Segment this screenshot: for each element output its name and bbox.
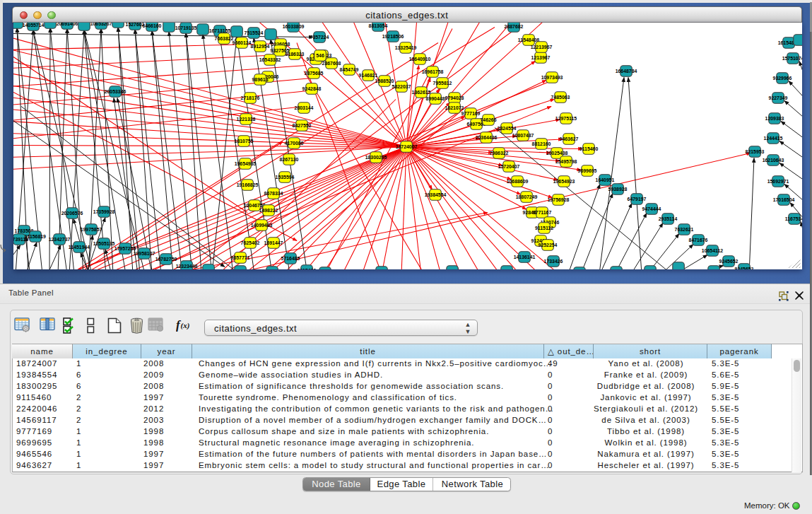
svg-text:9115460: 9115460 [298, 268, 317, 269]
svg-text:6466160: 6466160 [143, 23, 162, 28]
svg-text:10719135: 10719135 [175, 25, 197, 30]
svg-text:19958107: 19958107 [134, 251, 155, 256]
svg-text:9463627: 9463627 [560, 136, 579, 141]
svg-text:1640951: 1640951 [596, 177, 615, 182]
svg-text:4170086: 4170086 [285, 141, 304, 146]
svg-text:989613: 989613 [252, 77, 269, 82]
svg-text:1810755: 1810755 [235, 139, 254, 144]
svg-text:1691447: 1691447 [264, 240, 283, 245]
svg-text:20053346: 20053346 [105, 89, 126, 94]
svg-text:10046758: 10046758 [244, 203, 266, 208]
svg-text:18640910: 18640910 [409, 57, 431, 62]
svg-text:7955812: 7955812 [433, 81, 452, 86]
svg-text:1527602: 1527602 [126, 23, 145, 27]
svg-text:16961758: 16961758 [422, 69, 444, 74]
svg-text:9660124: 9660124 [233, 40, 252, 45]
svg-text:9245652: 9245652 [719, 259, 739, 264]
svg-text:10653267: 10653267 [90, 23, 112, 26]
svg-text:19384554: 19384554 [425, 192, 447, 197]
svg-text:5822037: 5822037 [392, 84, 411, 89]
svg-text:2803144: 2803144 [295, 105, 314, 110]
svg-text:20364436: 20364436 [476, 135, 498, 140]
svg-text:9327505: 9327505 [271, 48, 290, 53]
svg-text:1244415: 1244415 [764, 136, 783, 141]
svg-text:14136141: 14136141 [514, 255, 536, 259]
svg-text:10807487: 10807487 [512, 133, 534, 138]
svg-text:19756928: 19756928 [548, 197, 570, 202]
svg-text:11156819: 11156819 [25, 234, 46, 239]
svg-text:18300295: 18300295 [365, 155, 387, 160]
svg-text:19975857: 19975857 [81, 227, 102, 232]
svg-text:20691406: 20691406 [57, 23, 78, 26]
svg-text:1221338: 1221338 [237, 117, 256, 122]
svg-text:9657771: 9657771 [231, 255, 250, 260]
svg-text:12975115: 12975115 [555, 116, 577, 121]
svg-text:12213967: 12213967 [531, 45, 553, 49]
svg-text:746266: 746266 [481, 117, 497, 122]
svg-text:11451944: 11451944 [69, 245, 90, 250]
svg-text:19166825: 19166825 [237, 182, 259, 187]
svg-text:5716485: 5716485 [281, 256, 300, 261]
svg-text:5938928: 5938928 [608, 187, 628, 192]
svg-text:17359928: 17359928 [93, 209, 115, 214]
svg-text:11548408: 11548408 [518, 37, 539, 42]
svg-text:1213967: 1213967 [531, 55, 551, 60]
svg-text:7632621: 7632621 [675, 227, 694, 232]
svg-text:546: 546 [316, 53, 324, 58]
svg-text:17016504: 17016504 [773, 197, 795, 202]
svg-text:2935114: 2935114 [659, 216, 678, 221]
svg-text:18807249: 18807249 [516, 194, 538, 199]
svg-text:(x): (x) [181, 321, 190, 330]
svg-text:1498222: 1498222 [259, 208, 278, 213]
svg-text:7986322: 7986322 [490, 151, 509, 156]
svg-text:7663822: 7663822 [215, 36, 234, 41]
svg-text:9777169: 9777169 [461, 111, 481, 116]
svg-text:19218506: 19218506 [382, 34, 404, 39]
svg-text:1621072: 1621072 [445, 105, 464, 110]
svg-text:9245652: 9245652 [735, 267, 754, 269]
svg-text:19654923: 19654923 [553, 179, 575, 184]
svg-text:1362615: 1362615 [412, 90, 431, 95]
svg-text:2718176: 2718176 [241, 95, 260, 100]
svg-text:16210643: 16210643 [763, 158, 784, 163]
svg-text:12323448: 12323448 [176, 264, 198, 269]
svg-text:18724007: 18724007 [396, 144, 418, 149]
svg-text:10973493: 10973493 [541, 75, 563, 80]
svg-text:1588520: 1588520 [375, 78, 394, 83]
svg-text:8812160: 8812160 [532, 141, 551, 146]
svg-text:9227349: 9227349 [769, 95, 788, 100]
svg-text:15751074: 15751074 [782, 56, 802, 61]
svg-text:15720407: 15720407 [498, 164, 520, 169]
svg-text:8678334: 8678334 [264, 191, 283, 196]
svg-text:8990448: 8990448 [426, 96, 445, 101]
svg-text:17957255: 17957255 [114, 246, 136, 251]
svg-text:10025438: 10025438 [546, 151, 568, 156]
svg-text:16543382: 16543382 [259, 57, 281, 62]
svg-text:16033809: 16033809 [283, 24, 305, 29]
svg-text:1733426: 1733426 [544, 259, 563, 264]
svg-text:8427552: 8427552 [293, 123, 312, 128]
svg-text:9242848: 9242848 [302, 86, 322, 91]
svg-text:16782759: 16782759 [155, 257, 177, 262]
svg-text:10688609: 10688609 [507, 179, 529, 184]
svg-text:9474444: 9474444 [642, 206, 661, 211]
svg-text:12505135: 12505135 [93, 241, 115, 246]
svg-text:1209383: 1209383 [765, 116, 784, 121]
svg-text:16648784: 16648784 [616, 69, 637, 74]
svg-text:14099483: 14099483 [251, 223, 273, 228]
svg-text:8912954: 8912954 [251, 44, 270, 49]
svg-text:14055714: 14055714 [23, 23, 45, 28]
svg-text:1167534: 1167534 [785, 216, 802, 221]
svg-text:9146821: 9146821 [359, 73, 378, 78]
svg-text:15692971: 15692971 [767, 179, 789, 184]
svg-text:13325419: 13325419 [395, 45, 417, 50]
svg-text:16713155: 16713155 [209, 28, 231, 33]
svg-text:7625402: 7625402 [241, 240, 260, 245]
svg-text:12342737: 12342737 [49, 237, 71, 242]
svg-text:6479197: 6479197 [628, 197, 647, 201]
svg-text:9771167: 9771167 [533, 210, 552, 215]
svg-text:10654112: 10654112 [702, 248, 723, 253]
svg-text:2887682: 2887682 [505, 24, 524, 29]
svg-text:2867608: 2867608 [322, 61, 341, 66]
svg-text:8215953: 8215953 [746, 149, 765, 154]
